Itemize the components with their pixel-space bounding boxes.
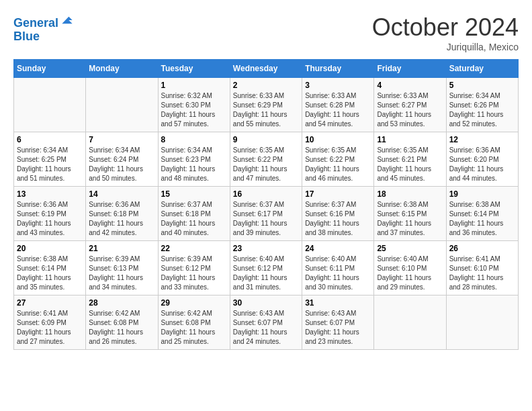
day-info: Sunrise: 6:40 AMSunset: 6:10 PMDaylight:… <box>377 255 443 292</box>
day-number: 23 <box>233 244 299 253</box>
day-info: Sunrise: 6:35 AMSunset: 6:22 PMDaylight:… <box>305 146 371 183</box>
day-number: 17 <box>305 189 371 199</box>
logo-icon <box>60 13 73 27</box>
week-row-1: 6Sunrise: 6:34 AMSunset: 6:25 PMDaylight… <box>14 132 519 187</box>
day-cell: 18Sunrise: 6:38 AMSunset: 6:15 PMDayligh… <box>374 187 446 241</box>
day-number: 4 <box>377 81 443 90</box>
calendar-table: SundayMondayTuesdayWednesdayThursdayFrid… <box>13 59 519 350</box>
day-number: 5 <box>449 81 515 90</box>
day-info: Sunrise: 6:32 AMSunset: 6:30 PMDaylight:… <box>161 91 227 129</box>
day-info: Sunrise: 6:34 AMSunset: 6:23 PMDaylight:… <box>161 146 227 183</box>
header-cell-sunday: Sunday <box>14 60 86 78</box>
day-cell: 17Sunrise: 6:37 AMSunset: 6:16 PMDayligh… <box>302 187 374 241</box>
logo: General Blue <box>13 13 73 44</box>
day-number: 18 <box>377 189 443 199</box>
week-row-2: 13Sunrise: 6:36 AMSunset: 6:19 PMDayligh… <box>14 187 519 241</box>
day-info: Sunrise: 6:41 AMSunset: 6:10 PMDaylight:… <box>449 255 515 292</box>
header-cell-monday: Monday <box>86 60 158 78</box>
day-number: 3 <box>305 81 371 90</box>
day-cell: 20Sunrise: 6:38 AMSunset: 6:14 PMDayligh… <box>14 241 86 295</box>
day-cell: 29Sunrise: 6:42 AMSunset: 6:08 PMDayligh… <box>158 295 230 350</box>
day-cell: 11Sunrise: 6:35 AMSunset: 6:21 PMDayligh… <box>374 132 446 187</box>
day-cell: 30Sunrise: 6:43 AMSunset: 6:07 PMDayligh… <box>230 295 302 350</box>
svg-marker-0 <box>62 17 72 24</box>
day-cell: 31Sunrise: 6:43 AMSunset: 6:07 PMDayligh… <box>302 295 374 350</box>
header-row: SundayMondayTuesdayWednesdayThursdayFrid… <box>14 60 519 78</box>
day-number: 15 <box>161 189 227 199</box>
location: Juriquilla, Mexico <box>372 42 519 52</box>
day-info: Sunrise: 6:36 AMSunset: 6:19 PMDaylight:… <box>17 200 83 238</box>
title-block: October 2024 Juriquilla, Mexico <box>372 13 519 52</box>
day-number: 12 <box>449 135 515 144</box>
day-cell <box>14 78 86 132</box>
day-cell: 15Sunrise: 6:37 AMSunset: 6:18 PMDayligh… <box>158 187 230 241</box>
day-cell: 8Sunrise: 6:34 AMSunset: 6:23 PMDaylight… <box>158 132 230 187</box>
header-cell-tuesday: Tuesday <box>158 60 230 78</box>
day-cell <box>86 78 158 132</box>
day-info: Sunrise: 6:37 AMSunset: 6:17 PMDaylight:… <box>233 200 299 238</box>
day-cell <box>374 295 446 350</box>
day-info: Sunrise: 6:37 AMSunset: 6:18 PMDaylight:… <box>161 200 227 238</box>
day-cell: 5Sunrise: 6:34 AMSunset: 6:26 PMDaylight… <box>446 78 518 132</box>
calendar-header: SundayMondayTuesdayWednesdayThursdayFrid… <box>14 60 519 78</box>
header-cell-thursday: Thursday <box>302 60 374 78</box>
day-cell: 13Sunrise: 6:36 AMSunset: 6:19 PMDayligh… <box>14 187 86 241</box>
day-info: Sunrise: 6:38 AMSunset: 6:14 PMDaylight:… <box>17 255 83 292</box>
day-info: Sunrise: 6:36 AMSunset: 6:20 PMDaylight:… <box>449 146 515 183</box>
day-number: 24 <box>305 244 371 253</box>
day-cell <box>446 295 518 350</box>
day-cell: 14Sunrise: 6:36 AMSunset: 6:18 PMDayligh… <box>86 187 158 241</box>
day-cell: 7Sunrise: 6:34 AMSunset: 6:24 PMDaylight… <box>86 132 158 187</box>
logo-text: General Blue <box>13 13 73 44</box>
day-cell: 3Sunrise: 6:33 AMSunset: 6:28 PMDaylight… <box>302 78 374 132</box>
day-info: Sunrise: 6:33 AMSunset: 6:29 PMDaylight:… <box>233 91 299 129</box>
page-header: General Blue October 2024 Juriquilla, Me… <box>13 13 519 52</box>
day-info: Sunrise: 6:38 AMSunset: 6:14 PMDaylight:… <box>449 200 515 238</box>
day-number: 6 <box>17 135 83 144</box>
day-info: Sunrise: 6:43 AMSunset: 6:07 PMDaylight:… <box>233 309 299 347</box>
day-number: 30 <box>233 298 299 308</box>
day-info: Sunrise: 6:35 AMSunset: 6:22 PMDaylight:… <box>233 146 299 183</box>
day-number: 20 <box>17 244 83 253</box>
day-number: 16 <box>233 189 299 199</box>
day-info: Sunrise: 6:42 AMSunset: 6:08 PMDaylight:… <box>161 309 227 347</box>
day-number: 8 <box>161 135 227 144</box>
day-info: Sunrise: 6:39 AMSunset: 6:13 PMDaylight:… <box>89 255 154 292</box>
day-number: 31 <box>305 298 371 308</box>
day-info: Sunrise: 6:43 AMSunset: 6:07 PMDaylight:… <box>305 309 371 347</box>
day-number: 26 <box>449 244 515 253</box>
day-info: Sunrise: 6:34 AMSunset: 6:25 PMDaylight:… <box>17 146 83 183</box>
header-cell-friday: Friday <box>374 60 446 78</box>
day-info: Sunrise: 6:36 AMSunset: 6:18 PMDaylight:… <box>89 200 154 238</box>
day-cell: 9Sunrise: 6:35 AMSunset: 6:22 PMDaylight… <box>230 132 302 187</box>
week-row-3: 20Sunrise: 6:38 AMSunset: 6:14 PMDayligh… <box>14 241 519 295</box>
calendar-body: 1Sunrise: 6:32 AMSunset: 6:30 PMDaylight… <box>14 78 519 350</box>
day-cell: 12Sunrise: 6:36 AMSunset: 6:20 PMDayligh… <box>446 132 518 187</box>
day-cell: 4Sunrise: 6:33 AMSunset: 6:27 PMDaylight… <box>374 78 446 132</box>
day-number: 10 <box>305 135 371 144</box>
day-cell: 23Sunrise: 6:40 AMSunset: 6:12 PMDayligh… <box>230 241 302 295</box>
day-number: 13 <box>17 189 83 199</box>
day-number: 22 <box>161 244 227 253</box>
day-cell: 21Sunrise: 6:39 AMSunset: 6:13 PMDayligh… <box>86 241 158 295</box>
day-number: 25 <box>377 244 443 253</box>
day-cell: 26Sunrise: 6:41 AMSunset: 6:10 PMDayligh… <box>446 241 518 295</box>
day-cell: 2Sunrise: 6:33 AMSunset: 6:29 PMDaylight… <box>230 78 302 132</box>
day-cell: 28Sunrise: 6:42 AMSunset: 6:08 PMDayligh… <box>86 295 158 350</box>
day-number: 21 <box>89 244 154 253</box>
day-number: 19 <box>449 189 515 199</box>
day-cell: 19Sunrise: 6:38 AMSunset: 6:14 PMDayligh… <box>446 187 518 241</box>
day-info: Sunrise: 6:33 AMSunset: 6:27 PMDaylight:… <box>377 91 443 129</box>
week-row-0: 1Sunrise: 6:32 AMSunset: 6:30 PMDaylight… <box>14 78 519 132</box>
day-cell: 27Sunrise: 6:41 AMSunset: 6:09 PMDayligh… <box>14 295 86 350</box>
day-info: Sunrise: 6:33 AMSunset: 6:28 PMDaylight:… <box>305 91 371 129</box>
day-cell: 22Sunrise: 6:39 AMSunset: 6:12 PMDayligh… <box>158 241 230 295</box>
day-info: Sunrise: 6:40 AMSunset: 6:12 PMDaylight:… <box>233 255 299 292</box>
day-info: Sunrise: 6:35 AMSunset: 6:21 PMDaylight:… <box>377 146 443 183</box>
day-number: 9 <box>233 135 299 144</box>
day-number: 28 <box>89 298 154 308</box>
day-number: 1 <box>161 81 227 90</box>
day-number: 14 <box>89 189 154 199</box>
day-info: Sunrise: 6:42 AMSunset: 6:08 PMDaylight:… <box>89 309 154 347</box>
day-number: 11 <box>377 135 443 144</box>
